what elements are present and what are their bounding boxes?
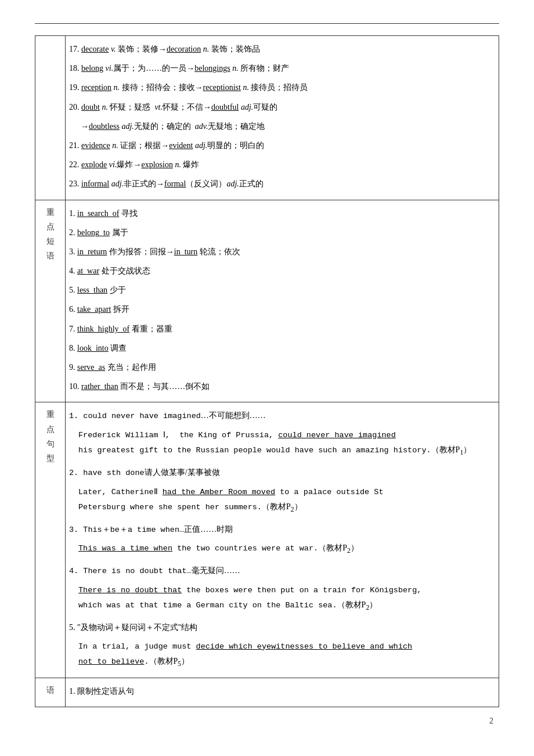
vocab-item-22: 22. explode vi.爆炸→explosion n. 爆炸	[69, 156, 495, 173]
sentence-item-4-heading: 4. There is no doubt that…毫无疑问……	[69, 562, 495, 579]
grammar-section: 语 1. 限制性定语从句	[35, 678, 499, 707]
sentence-1-underline: could never have imagined	[278, 431, 396, 440]
word-informal: informal	[81, 179, 109, 188]
sentence-item-2-body: Later, CatherineⅡ had the Amber Room mov…	[69, 484, 495, 517]
phrase-at-war: at_war	[77, 267, 99, 275]
sentence-item-3-body: This was a time when the two countries w…	[69, 541, 495, 557]
sentence-item-4-body: There is no doubt that the boxes were th…	[69, 582, 495, 615]
phrase-take-apart: take_apart	[77, 305, 111, 314]
word-belong: belong	[81, 64, 103, 73]
phrase-item-10: 10. rather_than 而不是；与其……倒不如	[69, 378, 495, 395]
grammar-item-1: 1. 限制性定语从句	[69, 683, 495, 700]
phrase-think-highly-of: think_highly_of	[77, 325, 129, 333]
word-explosion: explosion	[141, 160, 172, 169]
vocab-item-18: 18. belong vi.属于；为……的一员→belongings n. 所有…	[69, 60, 495, 77]
phrase-in-search-of: in_search_of	[77, 209, 119, 218]
vocab-item-21: 21. evidence n. 证据；根据→evident adj.明显的；明白…	[69, 137, 495, 154]
phrases-section: 重 点 短 语 1. in_search_of 寻找 2. belong_to …	[35, 200, 499, 402]
phrases-label-text: 重 点 短 语	[39, 205, 62, 264]
word-decoration: decoration	[167, 45, 201, 53]
sentence-item-2-heading: 2. have sth done请人做某事/某事被做	[69, 464, 495, 481]
phrase-in-turn: in_turn	[174, 247, 197, 256]
sentence-5-underline-a: decide which eyewitnesses to believe and…	[196, 642, 413, 651]
phrase-item-1: 1. in_search_of 寻找	[69, 205, 495, 222]
word-doubt: doubt	[81, 103, 100, 111]
main-table: 17. decorate v. 装饰；装修→decoration n. 装饰；装…	[35, 35, 499, 707]
vocab-item-20b: →doubtless adj.无疑的；确定的 adv.无疑地；确定地	[69, 118, 495, 135]
word-doubtful: doubtful	[211, 103, 239, 111]
page-number: 2	[35, 717, 499, 726]
vocab-item-20a: 20. doubt n. 怀疑；疑惑 vt.怀疑；不信→doubtful adj…	[69, 99, 495, 116]
phrase-belong-to: belong_to	[77, 228, 110, 237]
phrase-item-8: 8. look_into 调查	[69, 340, 495, 357]
sentence-item-1-body: Frederick William Ⅰ, the King of Prussia…	[69, 427, 495, 460]
grammar-label: 语	[35, 678, 66, 707]
sentence-item-5-body: In a trial, a judge must decide which ey…	[69, 639, 495, 671]
top-border	[35, 23, 499, 24]
phrase-item-7: 7. think_highly_of 看重；器重	[69, 321, 495, 337]
word-evidence: evidence	[81, 141, 110, 150]
phrases-label: 重 点 短 语	[35, 200, 66, 402]
sentences-content: 1. could never have imagined…不可能想到…… Fre…	[66, 402, 499, 678]
phrase-item-6: 6. take_apart 拆开	[69, 301, 495, 318]
word-formal: formal	[164, 179, 186, 188]
word-decorate: decorate	[81, 45, 109, 53]
word-doubtless: doubtless	[89, 122, 120, 131]
sentence-5-underline-b: not to believe	[78, 657, 144, 666]
vocab-content: 17. decorate v. 装饰；装修→decoration n. 装饰；装…	[66, 36, 499, 200]
phrases-content: 1. in_search_of 寻找 2. belong_to 属于 3. in…	[66, 200, 499, 402]
sentences-label-text: 重 点 句 型	[39, 407, 62, 466]
vocab-section: 17. decorate v. 装饰；装修→decoration n. 装饰；装…	[35, 36, 499, 200]
phrase-look-into: look_into	[77, 344, 109, 352]
vocab-item-17: 17. decorate v. 装饰；装修→decoration n. 装饰；装…	[69, 41, 495, 57]
vocab-item-19: 19. reception n. 接待；招待会；接收→receptionist …	[69, 79, 495, 96]
phrase-less-than: less_than	[77, 286, 107, 294]
phrase-item-9: 9. serve_as 充当；起作用	[69, 359, 495, 376]
sentence-3-underline: This was a time when	[78, 544, 172, 553]
page-wrapper: 17. decorate v. 装饰；装修→decoration n. 装饰；装…	[0, 0, 534, 749]
sentence-4-underline: There is no doubt that	[78, 586, 182, 595]
phrase-item-5: 5. less_than 少于	[69, 282, 495, 298]
phrase-item-4: 4. at_war 处于交战状态	[69, 262, 495, 279]
sentence-item-3-heading: 3. This＋be＋a time when…正值……时期	[69, 521, 495, 538]
word-evident: evident	[169, 141, 193, 150]
sentences-label: 重 点 句 型	[35, 402, 66, 678]
word-reception: reception	[81, 83, 111, 92]
phrase-item-2: 2. belong_to 属于	[69, 224, 495, 241]
word-belongings: belongings	[194, 64, 230, 73]
sentence-item-5-heading: 5. "及物动词＋疑问词＋不定式"结构	[69, 619, 495, 636]
word-receptionist: receptionist	[203, 83, 241, 92]
sentences-section: 重 点 句 型 1. could never have imagined…不可能…	[35, 402, 499, 678]
vocab-label	[35, 36, 66, 200]
phrase-rather-than: rather_than	[81, 382, 118, 391]
grammar-content: 1. 限制性定语从句	[66, 678, 499, 707]
phrase-serve-as: serve_as	[77, 363, 105, 372]
word-explode: explode	[81, 160, 107, 169]
vocab-item-23: 23. informal adj.非正式的→formal（反义词）adj.正式的	[69, 175, 495, 192]
phrase-in-return: in_return	[77, 247, 107, 256]
sentence-2-underline: had the Amber Room moved	[163, 488, 275, 496]
phrase-item-3: 3. in_return 作为报答；回报→in_turn 轮流；依次	[69, 243, 495, 260]
sentence-item-1-heading: 1. could never have imagined…不可能想到……	[69, 407, 495, 424]
